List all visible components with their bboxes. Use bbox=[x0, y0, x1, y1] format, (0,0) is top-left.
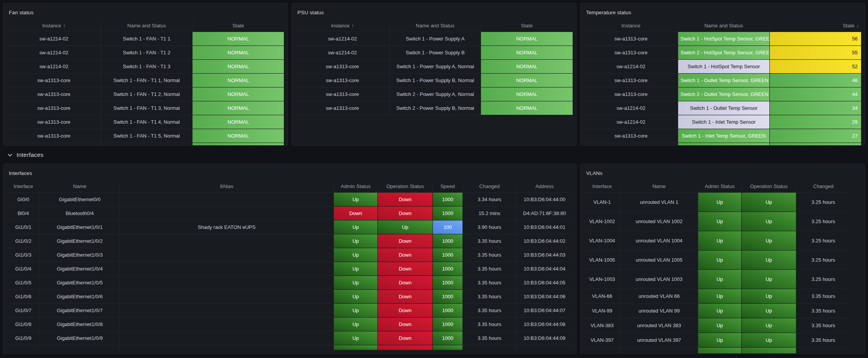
column-label: Name and Status bbox=[416, 23, 454, 29]
column-header-instance[interactable]: Instance bbox=[584, 20, 679, 32]
panel-title[interactable]: Temperature status bbox=[581, 3, 865, 20]
column-header-admin-status[interactable]: Admin Status bbox=[698, 180, 742, 193]
instance-cell: sw-a1214-02 bbox=[584, 60, 679, 74]
admin-status-cell: Up bbox=[334, 290, 378, 304]
table-row: sw-a1313-coreSwitch 2 - Outlet Temp Sens… bbox=[584, 87, 861, 101]
panel-title[interactable]: Interfaces bbox=[3, 164, 576, 180]
speed-cell: 100 bbox=[433, 220, 463, 234]
state-cell: NORMAL bbox=[193, 60, 284, 74]
table-row: VLAN-1003unrouted VLAN 1003UpUp3.25 hour… bbox=[584, 270, 850, 289]
column-header-instance[interactable]: instance↑ bbox=[295, 20, 390, 32]
name-and-status-cell: Switch 1 - Power Supply B bbox=[390, 46, 481, 60]
table-header-row: InterfaceNameAdmin StatusOperation Statu… bbox=[584, 180, 850, 193]
operation-status-cell: Up bbox=[742, 212, 796, 231]
ifalias-cell bbox=[120, 262, 334, 276]
address-cell: 10:B3:D6:04:44:04 bbox=[516, 262, 573, 276]
table-row: sw-a1214-02Switch 1 - HotSpot Temp Senso… bbox=[584, 60, 861, 74]
column-header-instance[interactable]: Instance↑ bbox=[7, 20, 101, 32]
changed-cell: 3.25 hours bbox=[796, 270, 850, 289]
panel-title[interactable]: PSU status bbox=[292, 3, 576, 20]
interface-cell: Gi1/0/3 bbox=[7, 248, 40, 262]
changed-cell: 3.35 hours bbox=[463, 304, 516, 318]
state-cell: NORMAL bbox=[193, 101, 284, 115]
column-header-address[interactable]: Address bbox=[516, 180, 573, 193]
name-and-status-cell: Switch 1 - Outlet Temp Sensor, GREEN bbox=[678, 74, 769, 87]
operation-status-cell: Down bbox=[378, 304, 433, 318]
name-cell: unrouted VLAN 383 bbox=[620, 318, 698, 333]
interface-cell bbox=[7, 345, 40, 350]
state-cell: NORMAL bbox=[481, 101, 572, 115]
name-and-status-cell: Switch 1 - FAN - T1 1 bbox=[101, 32, 193, 46]
changed-cell: 3.35 hours bbox=[463, 276, 516, 290]
interface-cell: VLAN-397 bbox=[584, 333, 620, 348]
column-header-changed[interactable]: Changed bbox=[796, 180, 850, 193]
instance-cell: sw-a1313-core bbox=[295, 87, 390, 101]
table-row: Gi1/0/9GigabitEthernet1/0/9UpDown10003.3… bbox=[7, 331, 573, 345]
column-label: Changed bbox=[479, 183, 500, 189]
ifalias-cell bbox=[120, 207, 334, 220]
name-and-status-cell bbox=[678, 143, 769, 145]
speed-cell: 1000 bbox=[433, 276, 463, 290]
table-row-clipped bbox=[584, 143, 861, 145]
column-header-name-and-status[interactable]: Name and Status bbox=[101, 20, 193, 32]
table-row: Gi0/0GigabitEthernet0/0UpDown10003.34 ho… bbox=[7, 193, 573, 207]
sort-ascending-icon: ↑ bbox=[352, 23, 354, 29]
panel-title[interactable]: VLANs bbox=[581, 164, 865, 180]
address-cell: 10:B3:D6:04:44:00 bbox=[516, 193, 573, 207]
column-header-changed[interactable]: Changed bbox=[463, 180, 516, 193]
state-cell: NORMAL bbox=[193, 46, 284, 60]
instance-cell: sw-a1214-02 bbox=[7, 32, 101, 46]
column-header-interface[interactable]: Interface bbox=[7, 180, 40, 193]
interface-cell: Gi1/0/4 bbox=[7, 262, 40, 276]
table-row: sw-a1313-coreSwitch 1 - Power Supply B, … bbox=[295, 74, 572, 87]
column-label: Speed bbox=[441, 183, 455, 189]
interface-cell: Gi1/0/6 bbox=[7, 290, 40, 304]
address-cell: 10:B3:D6:04:44:02 bbox=[516, 234, 573, 248]
ifalias-cell: Shady rack EATON eUPS bbox=[120, 220, 334, 234]
table-row: sw-a1214-02Switch 1 - Power Supply BNORM… bbox=[295, 46, 572, 60]
operation-status-cell: Down bbox=[378, 193, 433, 207]
column-header-speed[interactable]: Speed bbox=[433, 180, 463, 193]
interface-cell: Gi1/0/9 bbox=[7, 331, 40, 345]
section-toggle-interfaces[interactable]: Interfaces bbox=[6, 150, 46, 160]
speed-cell: 1000 bbox=[433, 262, 463, 276]
column-header-ifalias[interactable]: ifAlias bbox=[120, 180, 334, 193]
changed-cell: 3.25 hours bbox=[796, 250, 850, 270]
column-header-operation-status[interactable]: Operation Status bbox=[378, 180, 433, 193]
interface-cell: Gi1/0/8 bbox=[7, 318, 40, 331]
column-header-state[interactable]: State bbox=[193, 20, 284, 32]
operation-status-cell: Down bbox=[378, 290, 433, 304]
column-header-name[interactable]: Name bbox=[40, 180, 120, 193]
column-header-state[interactable]: State bbox=[481, 20, 572, 32]
instance-cell: sw-a1313-core bbox=[7, 87, 101, 101]
operation-status-cell: Up bbox=[742, 318, 796, 333]
admin-status-cell: Up bbox=[698, 270, 742, 289]
state-cell: NORMAL bbox=[193, 74, 284, 87]
column-header-admin-status[interactable]: Admin Status bbox=[334, 180, 378, 193]
changed-cell: 3.25 hours bbox=[796, 231, 850, 250]
column-header-name-and-status[interactable]: Name and Status bbox=[678, 20, 769, 32]
address-cell: 10:B3:D6:04:44:07 bbox=[516, 304, 573, 318]
psu-status-table: instance↑Name and StatusStatesw-a1214-02… bbox=[292, 20, 576, 145]
bottom-panel-row: Interfaces InterfaceNameifAliasAdmin Sta… bbox=[3, 164, 865, 354]
table-row: sw-a1313-coreSwitch 1 - FAN - T1 2, Norm… bbox=[7, 87, 284, 101]
panel-title[interactable]: Fan status bbox=[3, 3, 287, 20]
column-header-interface[interactable]: Interface bbox=[584, 180, 620, 193]
speed-cell: 1000 bbox=[433, 304, 463, 318]
name-and-status-cell bbox=[101, 143, 193, 145]
address-cell: 10:B3:D6:04:44:08 bbox=[516, 318, 573, 331]
admin-status-cell: Up bbox=[334, 248, 378, 262]
column-header-state[interactable]: State↓ bbox=[770, 20, 861, 32]
panel-interfaces: Interfaces InterfaceNameifAliasAdmin Sta… bbox=[3, 164, 576, 354]
table-row: sw-a1313-coreSwitch 1 - Inlet Temp Senso… bbox=[584, 129, 861, 143]
interface-cell: Bl0/4 bbox=[7, 207, 40, 220]
column-header-name-and-status[interactable]: Name and Status bbox=[390, 20, 481, 32]
operation-status-cell: Down bbox=[378, 234, 433, 248]
name-cell: GigabitEthernet1/0/5 bbox=[40, 276, 120, 290]
column-label: Admin Status bbox=[341, 183, 370, 189]
column-header-operation-status[interactable]: Operation Status bbox=[742, 180, 796, 193]
admin-status-cell: Up bbox=[334, 304, 378, 318]
column-header-name[interactable]: Name bbox=[620, 180, 698, 193]
state-cell: 56 bbox=[770, 32, 861, 46]
instance-cell: sw-a1214-02 bbox=[584, 115, 679, 129]
